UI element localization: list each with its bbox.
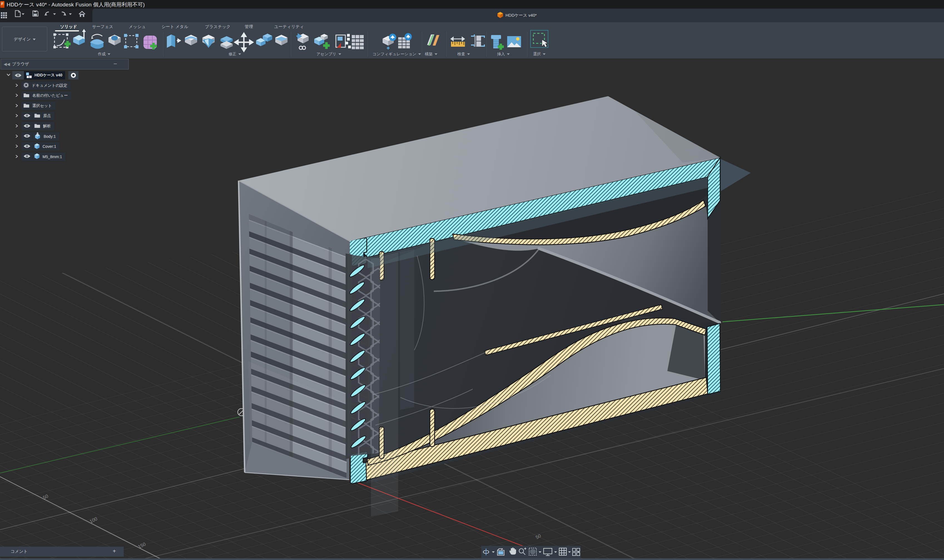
svg-text:F: F: [2, 2, 4, 6]
svg-text:HDDケース v40*: HDDケース v40*: [505, 13, 537, 17]
